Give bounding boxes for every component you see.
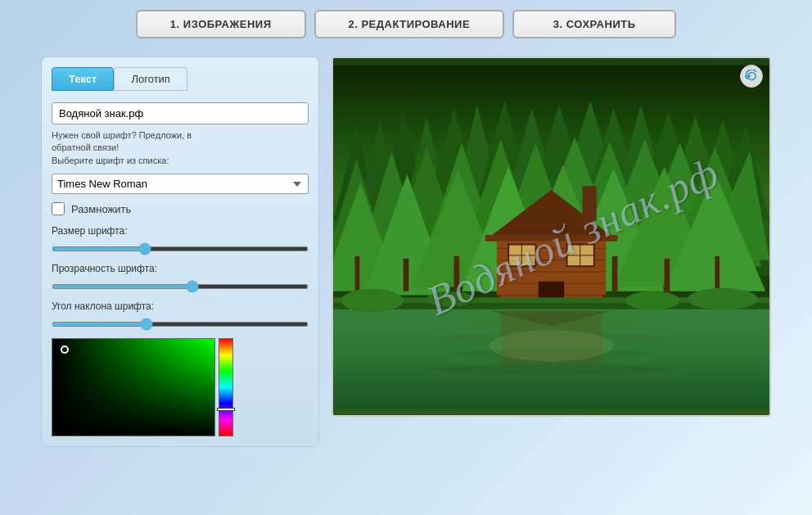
color-hue-strip[interactable] (219, 338, 233, 436)
tab-edit[interactable]: 2. РЕДАКТИРОВАНИЕ (314, 10, 505, 38)
tab-text[interactable]: Текст (52, 67, 114, 91)
tab-save[interactable]: 3. СОХРАНИТЬ (512, 10, 676, 38)
font-opacity-row: Прозрачность шрифта: (52, 263, 309, 292)
tab-logo[interactable]: Логотип (114, 67, 187, 91)
font-angle-row: Угол наклона шрифта: (52, 300, 309, 330)
top-navigation: 1. ИЗОБРАЖЕНИЯ 2. РЕДАКТИРОВАНИЕ 3. СОХР… (8, 0, 804, 48)
panel-tabs: Текст Логотип (52, 67, 309, 91)
svg-rect-44 (665, 259, 670, 291)
svg-point-82 (625, 291, 680, 310)
svg-rect-39 (404, 259, 409, 291)
font-angle-slider[interactable] (52, 322, 309, 327)
multiply-row: Размножить (52, 202, 309, 215)
image-preview: Водяной знак.рф (332, 56, 771, 417)
svg-rect-48 (485, 235, 618, 242)
svg-point-73 (426, 364, 676, 373)
refresh-button[interactable] (740, 65, 763, 88)
svg-point-79 (341, 289, 404, 313)
hue-thumb (217, 408, 235, 411)
gradient-overlay (52, 339, 214, 436)
svg-point-80 (688, 288, 758, 310)
watermark-text-input[interactable] (52, 102, 309, 124)
refresh-icon (745, 70, 758, 83)
font-hint: Нужен свой шрифт? Предложи, в обратной с… (52, 129, 309, 167)
right-panel: Водяной знак.рф (332, 56, 771, 447)
svg-rect-40 (454, 256, 460, 291)
svg-rect-67 (583, 186, 597, 221)
nature-scene: Водяной знак.рф (333, 58, 769, 415)
multiply-checkbox[interactable] (52, 202, 65, 215)
scene-svg (333, 58, 769, 415)
tab-images[interactable]: 1. ИЗОБРАЖЕНИЯ (136, 10, 306, 38)
svg-point-81 (426, 291, 473, 307)
multiply-label[interactable]: Размножить (71, 203, 131, 215)
svg-rect-45 (715, 256, 720, 291)
font-angle-label: Угол наклона шрифта: (52, 300, 309, 312)
color-picker (52, 338, 309, 436)
color-gradient-box[interactable] (52, 338, 215, 436)
svg-point-76 (489, 330, 613, 361)
font-size-slider[interactable] (52, 246, 309, 251)
font-size-row: Размер шрифта: (52, 225, 309, 255)
content-area: Текст Логотип Нужен свой шрифт? Предложи… (8, 48, 804, 455)
font-size-label: Размер шрифта: (52, 225, 309, 237)
svg-rect-43 (612, 256, 618, 291)
left-panel: Текст Логотип Нужен свой шрифт? Предложи… (41, 56, 319, 447)
font-selector[interactable]: Times New Roman Arial Verdana Georgia Co… (52, 174, 309, 194)
font-opacity-slider[interactable] (52, 284, 309, 289)
svg-rect-38 (355, 256, 360, 291)
font-opacity-label: Прозрачность шрифта: (52, 263, 309, 274)
